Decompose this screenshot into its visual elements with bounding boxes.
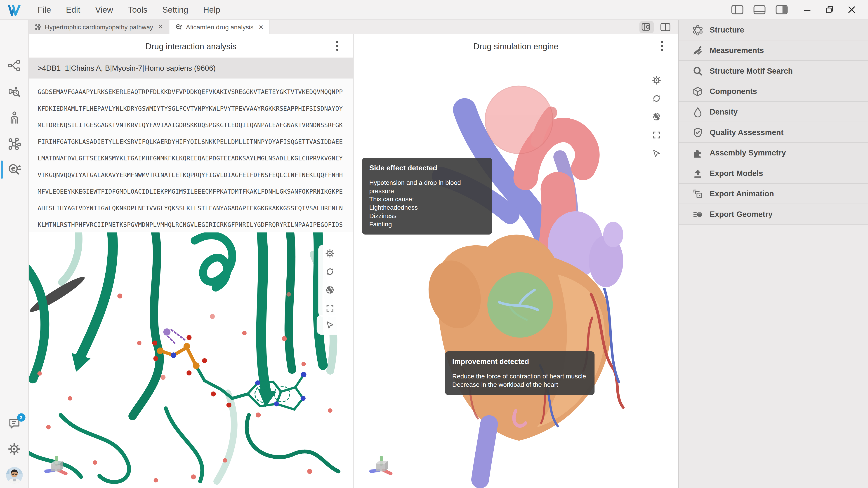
toggle-right-panel-icon[interactable] xyxy=(775,4,788,15)
tool-quality-assessment[interactable]: Quality Assessment xyxy=(679,122,868,143)
menu-view[interactable]: View xyxy=(95,5,113,14)
toggle-left-panel-icon[interactable] xyxy=(731,4,744,15)
protein-structure-viewport[interactable] xyxy=(29,232,353,488)
panel-title: Drug simulation engine xyxy=(473,41,559,51)
menu-edit[interactable]: Edit xyxy=(66,5,80,14)
chat-badge: 3 xyxy=(17,413,25,422)
app-logo-icon xyxy=(0,4,29,16)
cube-icon xyxy=(692,86,703,97)
drug-simulation-panel: Drug simulation engine xyxy=(354,34,678,488)
tab-label: Hypertrophic cardiomyopathy pathway xyxy=(45,24,153,30)
panel-search-icon[interactable] xyxy=(640,21,654,33)
sequence-line: GGDSEMAVFGAAAPYLRKSEKERLEAQTRPFDLKKDVFVP… xyxy=(38,84,353,101)
tab-label: Aficamten drug analysis xyxy=(186,24,253,30)
frames-play-icon xyxy=(692,188,703,199)
improvement-tooltip: Improvement detected Reduce the force of… xyxy=(445,351,594,395)
sidebar-item-dna-search[interactable] xyxy=(0,78,29,105)
sequence-line: MFVLEQEEYKKEGIEWTFIDFGMDLQACIDLIEKPMGIMS… xyxy=(38,184,353,200)
sequence-line: LMATDNAFDVLGFTSEEKNSMYKLTGAIMHFGNMKFKLKQ… xyxy=(38,151,353,167)
screenshot-aperture-icon[interactable] xyxy=(651,112,661,122)
settings-gear-icon[interactable] xyxy=(651,75,661,85)
viewer-controls xyxy=(317,245,343,335)
molecule-ring-icon xyxy=(692,24,703,35)
tool-export-geometry[interactable]: Export Geometry xyxy=(679,204,868,225)
sequence-line: AHFSLIHYAGIVDYNIIGWLQKNKDPLNETVVGLYQKSSL… xyxy=(38,200,353,217)
shield-check-icon xyxy=(692,127,703,138)
menu-help[interactable]: Help xyxy=(203,5,220,14)
tools-panel-empty-area xyxy=(679,225,868,488)
selection-pointer-icon[interactable] xyxy=(651,148,661,158)
left-sidebar: 3 xyxy=(0,20,29,488)
split-view-icon[interactable] xyxy=(658,21,673,33)
panel-menu-kebab-icon[interactable] xyxy=(655,39,669,53)
tool-assembly-symmetry[interactable]: Assembly Symmetry xyxy=(679,143,868,163)
sequence-line: KFDKIEDMAMLTFLHEPAVLYNLKDRYGSWMIYTYSGLFC… xyxy=(38,101,353,117)
sequence-header: >4DB1_1|Chains A, B|Myosin-7|Homo sapien… xyxy=(29,58,353,78)
search-icon xyxy=(692,65,703,76)
tool-structure-motif-search[interactable]: Structure Motif Search xyxy=(679,61,868,81)
viewer-controls xyxy=(651,75,661,158)
title-bar: File Edit View Tools Setting Help xyxy=(0,0,868,20)
heart-simulation-viewport[interactable]: Side effect detected Hypotension and a d… xyxy=(354,58,678,488)
sidebar-item-pathway-branch[interactable] xyxy=(0,53,29,78)
settings-gear-icon[interactable] xyxy=(325,249,335,258)
tool-components[interactable]: Components xyxy=(679,81,868,102)
minimize-button[interactable] xyxy=(800,4,814,15)
sequence-line: FIRIHFGATGKLASADIETYLLEKSRVIFQLKAERDYHIF… xyxy=(38,134,353,151)
sidebar-item-molecule-network[interactable] xyxy=(0,131,29,157)
tool-export-models[interactable]: Export Models xyxy=(679,163,868,184)
sequence-text-area[interactable]: GGDSEMAVFGAAAPYLRKSEKERLEAQTRPFDLKKDVFVP… xyxy=(29,78,353,232)
sequence-line: VTKGQNVQQVIYATGALAKAVYERMFNWMVTRINATLETK… xyxy=(38,167,353,184)
refresh-sync-icon[interactable] xyxy=(651,94,661,103)
user-avatar[interactable] xyxy=(0,462,29,488)
menu-file[interactable]: File xyxy=(38,5,51,14)
toggle-bottom-panel-icon[interactable] xyxy=(753,4,766,15)
sequence-line: MLTDRENQSILITGESGAGKTVNTKRVIQYFAVIAAIGDR… xyxy=(38,117,353,134)
fullscreen-expand-icon[interactable] xyxy=(325,303,335,313)
droplet-icon xyxy=(692,106,703,117)
restore-button[interactable] xyxy=(823,4,836,15)
tab-close-icon[interactable]: ✕ xyxy=(258,24,264,31)
menu-setting[interactable]: Setting xyxy=(162,5,188,14)
drug-search-icon xyxy=(175,23,182,31)
tab-hypertrophic-cardiomyopathy[interactable]: Hypertrophic cardiomyopathy pathway ✕ xyxy=(29,20,169,34)
puzzle-icon xyxy=(692,147,703,158)
drug-interaction-panel: Drug interaction analysis >4DB1_1|Chains… xyxy=(29,34,354,488)
protein-structure-render xyxy=(29,232,353,488)
close-button[interactable] xyxy=(845,4,858,15)
heart-model-render xyxy=(354,58,678,488)
refresh-sync-icon[interactable] xyxy=(325,267,335,276)
tool-measurements[interactable]: Measurements xyxy=(679,40,868,61)
side-effect-tooltip: Side effect detected Hypotension and a d… xyxy=(362,158,492,234)
sidebar-chat-button[interactable]: 3 xyxy=(0,410,29,436)
tab-close-icon[interactable]: ✕ xyxy=(158,23,163,31)
sidebar-item-drug-analysis[interactable] xyxy=(0,157,29,183)
screenshot-aperture-icon[interactable] xyxy=(325,285,335,295)
tab-bar: Hypertrophic cardiomyopathy pathway ✕ Af… xyxy=(29,20,678,34)
fullscreen-expand-icon[interactable] xyxy=(651,130,661,140)
menu-bar: File Edit View Tools Setting Help xyxy=(38,5,220,14)
sidebar-item-human-genetics[interactable] xyxy=(0,105,29,131)
menu-tools[interactable]: Tools xyxy=(128,5,147,14)
tool-density[interactable]: Density xyxy=(679,102,868,123)
measure-pencil-icon xyxy=(692,45,703,56)
molecule-network-icon xyxy=(34,23,41,31)
axis-gizmo[interactable] xyxy=(43,454,69,479)
upload-icon xyxy=(692,168,703,179)
tool-structure[interactable]: Structure xyxy=(679,20,868,40)
structure-tools-panel: Structure Measurements Structure Mo xyxy=(678,20,868,488)
geometry-export-icon xyxy=(692,208,703,220)
panel-menu-kebab-icon[interactable] xyxy=(330,39,344,53)
sidebar-settings-button[interactable] xyxy=(0,436,29,462)
app-window: File Edit View Tools Setting Help xyxy=(0,0,868,488)
tool-export-animation[interactable]: Export Animation xyxy=(679,184,868,204)
panel-title: Drug interaction analysis xyxy=(146,41,237,51)
tab-aficamten-drug-analysis[interactable]: Aficamten drug analysis ✕ xyxy=(169,20,270,34)
side-effect-highlight-circle xyxy=(485,86,553,154)
axis-gizmo[interactable] xyxy=(368,454,394,479)
selection-pointer-icon[interactable] xyxy=(325,320,335,330)
sequence-line: KLMTNLRSTHPHFVRCIIPNETKSPGVMDNPLVMHQLRCN… xyxy=(38,217,353,232)
sidebar-item-document-search[interactable] xyxy=(0,27,29,53)
